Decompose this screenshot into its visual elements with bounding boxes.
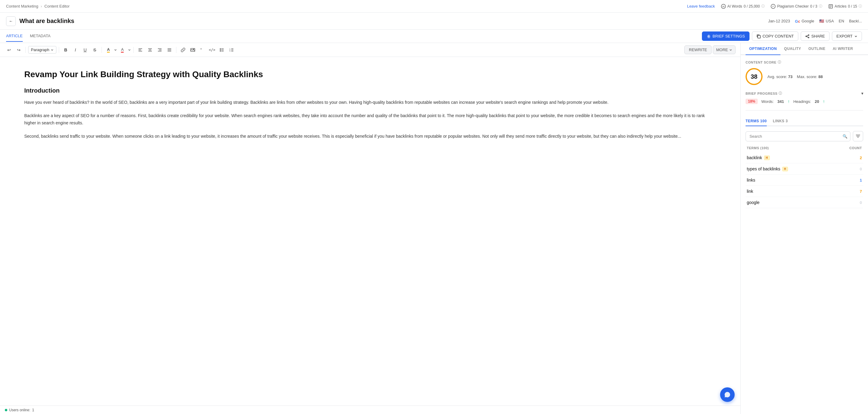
chevron-down-icon (51, 48, 54, 51)
plagiarism-label: Plagiarism Checker (777, 4, 809, 8)
term-text-google: google (747, 200, 760, 205)
editor-content[interactable]: Revamp Your Link Building Strategy with … (0, 57, 740, 406)
main-area: ↩ ↪ Paragraph B I U S A A (0, 43, 868, 414)
articles-icon (828, 4, 833, 9)
term-text-backlink: backlink (747, 155, 762, 160)
quote-button[interactable]: " (198, 46, 207, 54)
tab-article[interactable]: ARTICLE (6, 31, 23, 42)
tab-outline[interactable]: OUTLINE (805, 43, 829, 55)
unordered-list-button[interactable] (218, 46, 226, 54)
google-logo-icon: Google (795, 19, 800, 24)
term-row-backlink: backlink H 2 (746, 152, 863, 164)
language-meta: EN (839, 19, 844, 23)
svg-text:3.: 3. (229, 50, 230, 52)
panel-tabs: OPTIMIZATION QUALITY OUTLINE AI WRITER (741, 43, 868, 55)
plagiarism-stat: P Plagiarism Checker 0 / 3 ⓘ (771, 4, 822, 9)
svg-point-32 (220, 49, 221, 50)
text-color-button[interactable]: A (118, 46, 127, 54)
words-up-arrow-icon: ↑ (788, 99, 790, 104)
filter-button[interactable] (853, 131, 863, 141)
tab-quality[interactable]: QUALITY (780, 43, 805, 55)
underline-button[interactable]: U (81, 46, 89, 54)
ordered-list-button[interactable]: 1.2.3. (227, 46, 236, 54)
breadcrumb-content-marketing[interactable]: Content Marketing (6, 4, 38, 8)
doc-type-meta: Backl... (849, 19, 862, 23)
users-online-count: 1 (32, 408, 34, 412)
back-arrow-icon: ← (9, 19, 13, 23)
back-button[interactable]: ← (6, 16, 16, 26)
search-icon: 🔍 (842, 134, 847, 139)
svg-point-11 (806, 36, 806, 37)
chat-bubble-button[interactable] (720, 387, 735, 402)
country-label: USA (826, 19, 834, 23)
breadcrumb-content-editor[interactable]: Content Editor (44, 4, 70, 8)
link-button[interactable] (179, 46, 187, 54)
terms-tab-links[interactable]: LINKS 3 (773, 116, 788, 126)
max-score-label: Max. score: (797, 74, 817, 79)
toolbar-divider-4 (133, 47, 134, 53)
term-text-types-of-backlinks: types of backlinks (747, 167, 780, 171)
brief-stats: 18% Words: 341 ↑ Headings: 20 ↑ (746, 99, 863, 104)
tab-optimization[interactable]: OPTIMIZATION (746, 43, 780, 55)
more-chevron-icon (729, 48, 732, 51)
term-name-backlink: backlink H (747, 155, 770, 160)
align-center-button[interactable] (146, 46, 154, 54)
editor-toolbar: ↩ ↪ Paragraph B I U S A A (0, 43, 740, 57)
term-row-types-of-backlinks: types of backlinks H 0 (746, 164, 863, 175)
brief-settings-button[interactable]: BRIEF SETTINGS (702, 32, 749, 41)
term-count-backlink: 2 (860, 156, 862, 160)
title-left: ← What are backlinks (6, 16, 74, 26)
words-value: 341 (777, 99, 784, 104)
right-panel: OPTIMIZATION QUALITY OUTLINE AI WRITER C… (741, 43, 868, 414)
paragraph-style-select[interactable]: Paragraph (28, 46, 56, 54)
terms-search-input[interactable] (746, 131, 850, 141)
tab-metadata[interactable]: METADATA (30, 31, 51, 42)
svg-point-34 (220, 51, 221, 51)
copy-icon (756, 34, 761, 38)
brief-progress-collapse-button[interactable]: ▾ (861, 92, 864, 96)
bold-button[interactable]: B (62, 46, 70, 54)
avg-score-label: Avg. score: (767, 74, 787, 79)
headings-label: Headings: (794, 99, 811, 104)
leave-feedback-link[interactable]: Leave feedback (687, 4, 715, 8)
brief-settings-label: BRIEF SETTINGS (713, 34, 745, 38)
align-right-button[interactable] (155, 46, 164, 54)
optimization-panel: CONTENT SCORE ⓘ 38 Avg. score: 73 Max. s… (741, 55, 868, 414)
rewrite-button[interactable]: REWRITE (684, 45, 712, 54)
copy-content-button[interactable]: COPY CONTENT (752, 32, 798, 41)
search-engine-label: Google (802, 19, 814, 23)
flag-meta: 🇺🇸 USA (819, 19, 834, 23)
articles-count: 0 / 15 (848, 4, 857, 8)
status-bar: Users online: 1 (0, 406, 740, 414)
article-heading-2: Introduction (24, 87, 716, 94)
undo-button[interactable]: ↩ (5, 46, 13, 54)
svg-text:AI: AI (722, 5, 725, 8)
avg-score-value: 73 (788, 74, 792, 79)
align-left-button[interactable] (136, 46, 145, 54)
share-button[interactable]: SHARE (801, 32, 830, 41)
justify-button[interactable] (165, 46, 174, 54)
highlight-dropdown-icon[interactable] (114, 48, 117, 51)
tab-actions: BRIEF SETTINGS COPY CONTENT SHARE EXPORT (702, 32, 862, 41)
term-count-types-of-backlinks: 0 (860, 167, 862, 171)
image-button[interactable] (188, 46, 197, 54)
toolbar-divider-3 (101, 47, 102, 53)
highlight-button[interactable]: A (104, 46, 113, 54)
italic-button[interactable]: I (71, 46, 80, 54)
share-label: SHARE (811, 34, 825, 38)
search-engine-meta: Google Google (795, 19, 814, 24)
code-button[interactable]: </> (208, 46, 216, 54)
export-button[interactable]: EXPORT (832, 32, 862, 41)
term-name-google: google (747, 200, 760, 205)
redo-button[interactable]: ↪ (14, 46, 23, 54)
words-label: Words: (761, 99, 774, 104)
articles-info: ⓘ (859, 4, 862, 8)
breadcrumb-separator: › (41, 4, 42, 8)
more-button[interactable]: MORE (713, 45, 736, 54)
terms-tab-terms[interactable]: TERMS 100 (746, 116, 767, 126)
users-online-label: Users online: (9, 408, 30, 412)
strikethrough-button[interactable]: S (91, 46, 99, 54)
text-color-dropdown-icon[interactable] (128, 48, 131, 51)
tab-ai-writer[interactable]: AI WRITER (829, 43, 857, 55)
export-label: EXPORT (836, 34, 852, 38)
